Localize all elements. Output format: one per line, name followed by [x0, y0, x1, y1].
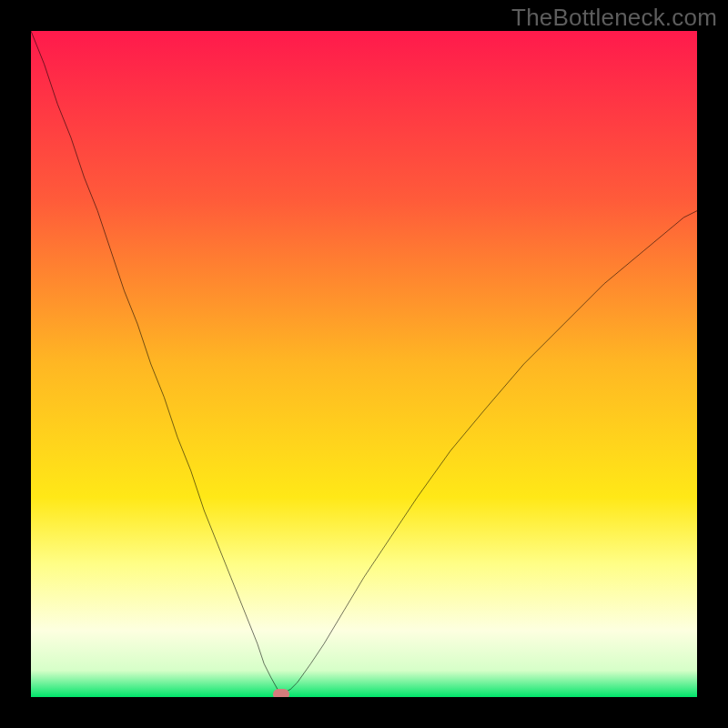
watermark-text: TheBottleneck.com [511, 4, 717, 32]
chart-frame: TheBottleneck.com [0, 0, 728, 728]
optimal-point-marker [273, 689, 289, 697]
plot-area [31, 31, 697, 697]
bottleneck-curve [31, 31, 697, 697]
